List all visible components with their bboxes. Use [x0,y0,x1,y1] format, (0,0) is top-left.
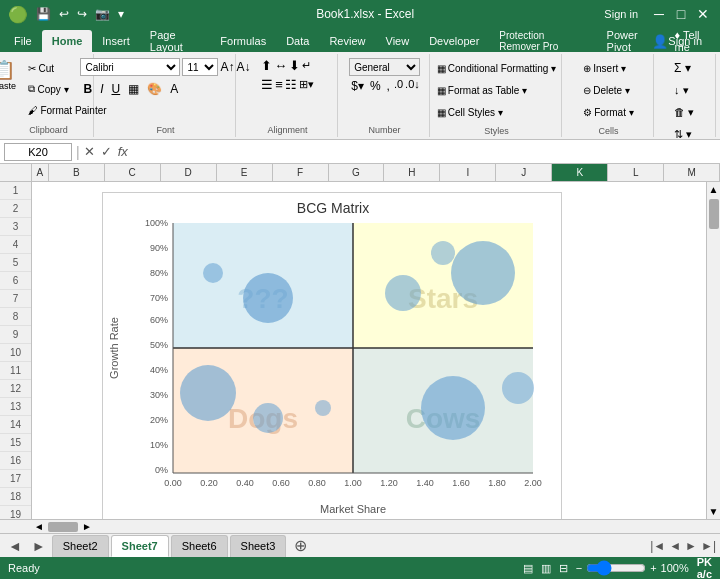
tab-insert[interactable]: Insert [92,30,140,52]
col-header-f[interactable]: F [273,164,329,181]
restore-btn[interactable]: □ [672,5,690,23]
zoom-in-btn[interactable]: + [650,562,656,574]
col-header-i[interactable]: I [440,164,496,181]
align-center-btn[interactable]: ≡ [275,77,283,92]
sheet-tab-sheet2[interactable]: Sheet2 [52,535,109,557]
row-5[interactable]: 5 [0,254,31,272]
font-name-select[interactable]: Calibri [80,58,180,76]
comma-btn[interactable]: , [385,78,392,94]
tab-protection[interactable]: Protection Remover Pro [489,30,596,52]
scroll-thumb[interactable] [709,199,719,229]
add-sheet-btn[interactable]: ⊕ [288,536,313,555]
sheet-tab-prev-btn[interactable]: ◄ [4,536,26,556]
row-19[interactable]: 19 [0,506,31,519]
camera-qa-btn[interactable]: 📷 [93,5,112,23]
scroll-right-btn[interactable]: ► [80,521,94,532]
bold-btn[interactable]: B [80,81,95,97]
sheet-tab-next-btn[interactable]: ► [28,536,50,556]
scroll-track[interactable] [707,197,720,504]
page-prev-btn[interactable]: ◄ [669,539,681,553]
col-header-h[interactable]: H [384,164,440,181]
view-layout-btn[interactable]: ▥ [541,562,551,575]
redo-qa-btn[interactable]: ↪ [75,5,89,23]
tab-view[interactable]: View [376,30,420,52]
row-7[interactable]: 7 [0,290,31,308]
tab-page-layout[interactable]: Page Layout [140,30,211,52]
row-2[interactable]: 2 [0,200,31,218]
col-header-e[interactable]: E [217,164,273,181]
page-last-btn[interactable]: ►| [701,539,716,553]
wrap-text-btn[interactable]: ↵ [302,59,311,72]
col-header-m[interactable]: M [664,164,720,181]
confirm-formula-btn[interactable]: ✓ [101,144,112,159]
percent-btn[interactable]: % [368,78,383,94]
cell-reference-input[interactable]: K20 [4,143,72,161]
merge-btn[interactable]: ⊞▾ [299,78,314,91]
format-btn[interactable]: ⚙ Format ▾ [579,102,637,122]
tab-file[interactable]: File [4,30,42,52]
cancel-formula-btn[interactable]: ✕ [84,144,95,159]
align-bottom-btn[interactable]: ⬇ [289,58,300,73]
font-color-btn[interactable]: A [167,81,181,97]
bcg-chart-container[interactable]: BCG Matrix Growth Rate Market Share [102,192,562,519]
row-1[interactable]: 1 [0,182,31,200]
sheet-tab-sheet3[interactable]: Sheet3 [230,535,287,557]
page-next-btn[interactable]: ► [685,539,697,553]
fill-color-btn[interactable]: 🎨 [144,81,165,97]
view-page-break-btn[interactable]: ⊟ [559,562,568,575]
dropdown-qa-btn[interactable]: ▾ [116,5,126,23]
save-qa-btn[interactable]: 💾 [34,5,53,23]
insert-function-btn[interactable]: fx [118,144,128,159]
col-header-c[interactable]: C [105,164,161,181]
number-format-select[interactable]: General [349,58,420,76]
close-btn[interactable]: ✕ [694,5,712,23]
row-4[interactable]: 4 [0,236,31,254]
minimize-btn[interactable]: ─ [650,5,668,23]
row-13[interactable]: 13 [0,398,31,416]
sheet-tab-sheet7[interactable]: Sheet7 [111,535,169,557]
col-header-k[interactable]: K [552,164,608,181]
cell-styles-btn[interactable]: ▦ Cell Styles ▾ [433,102,560,122]
scroll-up-btn[interactable]: ▲ [707,182,720,197]
vertical-scrollbar[interactable]: ▲ ▼ [706,182,720,519]
tab-home[interactable]: Home [42,30,93,52]
increase-decimal-btn[interactable]: .0 [394,78,403,94]
italic-btn[interactable]: I [97,81,106,97]
horizontal-scrollbar[interactable]: ◄ ► [32,520,720,533]
font-size-select[interactable]: 11 [182,58,218,76]
format-as-table-btn[interactable]: ▦ Format as Table ▾ [433,80,560,100]
scroll-down-btn[interactable]: ▼ [707,504,720,519]
col-header-d[interactable]: D [161,164,217,181]
fill-btn[interactable]: ↓ ▾ [670,80,693,100]
sheet-tab-sheet6[interactable]: Sheet6 [171,535,228,557]
row-3[interactable]: 3 [0,218,31,236]
hscroll-thumb[interactable] [48,522,78,532]
row-17[interactable]: 17 [0,470,31,488]
zoom-slider[interactable] [586,560,646,576]
decrease-decimal-btn[interactable]: .0↓ [405,78,420,94]
row-11[interactable]: 11 [0,362,31,380]
currency-btn[interactable]: $▾ [349,78,366,94]
border-btn[interactable]: ▦ [125,81,142,97]
signin-btn[interactable]: Sign in [604,8,638,20]
col-header-l[interactable]: L [608,164,664,181]
zoom-out-btn[interactable]: − [576,562,582,574]
align-left-btn[interactable]: ☰ [261,77,273,92]
underline-btn[interactable]: U [109,81,124,97]
row-14[interactable]: 14 [0,416,31,434]
formula-input[interactable] [132,143,716,161]
view-normal-btn[interactable]: ▤ [523,562,533,575]
row-12[interactable]: 12 [0,380,31,398]
col-header-j[interactable]: J [496,164,552,181]
col-header-g[interactable]: G [329,164,385,181]
align-right-btn[interactable]: ☷ [285,77,297,92]
tab-formulas[interactable]: Formulas [210,30,276,52]
delete-btn[interactable]: ⊖ Delete ▾ [579,80,637,100]
row-6[interactable]: 6 [0,272,31,290]
clear-btn[interactable]: 🗑 ▾ [670,102,698,122]
col-header-b[interactable]: B [49,164,105,181]
align-middle-btn[interactable]: ↔ [274,58,287,73]
conditional-formatting-btn[interactable]: ▦ Conditional Formatting ▾ [433,58,560,78]
row-18[interactable]: 18 [0,488,31,506]
scroll-left-btn[interactable]: ◄ [32,521,46,532]
